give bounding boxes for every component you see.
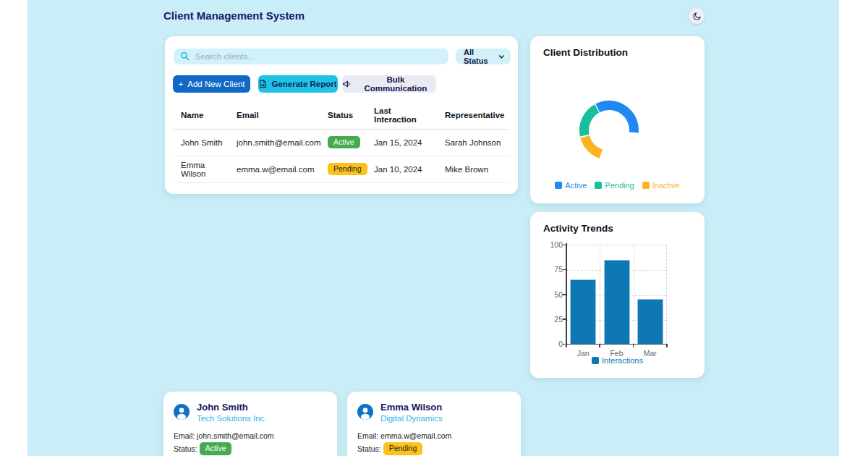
client-company: Tech Solutions Inc.: [197, 414, 267, 423]
cell-last-interaction: Jan 15, 2024: [367, 129, 438, 156]
cell-status: Pending: [320, 156, 367, 182]
activity-title: Activity Trends: [543, 223, 613, 234]
client-status-line: Status:Active: [174, 442, 231, 455]
bar-feb: [604, 260, 630, 344]
add-new-client-label: Add New Client: [187, 80, 244, 88]
cell-name: Emma Wilson: [174, 156, 229, 182]
client-card[interactable]: John Smith Tech Solutions Inc. Email: jo…: [163, 392, 337, 456]
client-distribution-panel: Client Distribution ActivePendingInactiv…: [530, 36, 705, 203]
legend-label: Pending: [605, 181, 634, 190]
donut-segment-inactive: [585, 137, 601, 154]
legend-swatch-icon: [592, 357, 599, 364]
email-value: john.smith@email.com: [197, 431, 273, 440]
client-email-line: Email: john.smith@email.com: [174, 431, 273, 440]
legend-swatch-icon: [642, 182, 650, 189]
client-email-line: Email: emma.w@email.com: [357, 431, 451, 440]
search-field-wrap: [174, 48, 448, 64]
gridline-x: [634, 245, 634, 344]
client-company: Digital Dynamics: [380, 414, 443, 423]
y-tick-label: 25: [544, 315, 563, 324]
chevron-down-icon: [498, 54, 505, 59]
column-header-status: Status: [320, 101, 367, 129]
legend-label: Active: [565, 181, 587, 190]
distribution-title: Client Distribution: [543, 47, 628, 58]
activity-bar-chart: [566, 245, 667, 344]
column-header-email: Email: [229, 101, 320, 129]
x-tick-mark: [599, 345, 600, 347]
table-row[interactable]: John Smith john.smith@email.com Active J…: [174, 129, 509, 156]
document-icon: [259, 80, 267, 88]
status-filter-select[interactable]: All Status: [456, 48, 511, 64]
megaphone-icon: [342, 80, 351, 88]
y-tick-label: 100: [544, 240, 563, 249]
client-name: Emma Wilson: [380, 402, 442, 413]
plus-icon: +: [179, 80, 184, 88]
app-window: Client Management System All Status + Ad…: [0, 0, 868, 456]
email-label: Email:: [357, 431, 378, 440]
legend-item-pending: Pending: [595, 181, 634, 190]
gridline-x: [600, 245, 600, 344]
client-distribution-donut-chart: [573, 94, 645, 166]
email-value: emma.w@email.com: [380, 431, 451, 440]
user-avatar-icon: [357, 404, 373, 420]
status-label: Status:: [174, 444, 197, 453]
status-filter-value: All Status: [464, 48, 498, 65]
search-input[interactable]: [174, 48, 448, 64]
search-icon: [180, 51, 190, 61]
status-badge: Pending: [383, 442, 423, 455]
legend-swatch-icon: [555, 182, 562, 189]
x-tick-mark: [633, 345, 634, 347]
x-axis-line: [566, 344, 668, 345]
activity-trends-panel: Activity Trends Interactions 0255075100J…: [530, 212, 705, 378]
distribution-legend: ActivePendingInactive: [530, 181, 705, 190]
column-header-last-interaction: Last Interaction: [367, 101, 438, 129]
generate-report-button[interactable]: Generate Report: [258, 75, 338, 93]
donut-segment-pending: [584, 109, 597, 135]
y-axis-line: [566, 243, 567, 345]
bulk-communication-button[interactable]: Bulk Communication: [342, 75, 436, 93]
status-badge: Active: [328, 136, 360, 149]
legend-item-active: Active: [555, 181, 587, 190]
x-tick-label-jan: Jan: [567, 349, 599, 358]
page-title: Client Management System: [163, 9, 305, 22]
y-tick-label: 0: [544, 339, 563, 348]
clients-table: Name Email Status Last Interaction Repre…: [174, 101, 509, 183]
moon-icon: [692, 12, 702, 21]
legend-item-inactive: Inactive: [642, 181, 680, 190]
status-badge: Pending: [328, 163, 367, 176]
table-row[interactable]: Emma Wilson emma.w@email.com Pending Jan…: [174, 156, 509, 182]
bar-jan: [570, 279, 596, 344]
x-tick-label-mar: Mar: [634, 349, 666, 358]
donut-segment-active: [597, 106, 634, 133]
column-header-name: Name: [174, 101, 229, 129]
bar-mar: [637, 299, 663, 344]
email-label: Email:: [174, 431, 195, 440]
y-tick-label: 50: [544, 290, 563, 299]
x-tick-label-feb: Feb: [601, 349, 633, 358]
legend-swatch-icon: [595, 182, 602, 189]
table-header-row: Name Email Status Last Interaction Repre…: [174, 101, 509, 129]
clients-panel: All Status + Add New Client Generate Rep…: [165, 36, 518, 194]
bulk-communication-label: Bulk Communication: [355, 75, 436, 93]
status-badge: Active: [200, 442, 232, 455]
status-label: Status:: [357, 444, 381, 453]
cell-representative: Sarah Johnson: [438, 129, 509, 156]
cell-email: john.smith@email.com: [229, 129, 320, 156]
client-card[interactable]: Emma Wilson Digital Dynamics Email: emma…: [347, 392, 521, 456]
y-tick-label: 75: [544, 265, 563, 274]
x-tick-mark: [666, 345, 668, 347]
cell-status: Active: [320, 129, 367, 156]
client-name: John Smith: [197, 402, 248, 413]
legend-label: Inactive: [652, 181, 680, 190]
column-header-representative: Representative: [438, 101, 509, 129]
theme-toggle-button[interactable]: [689, 8, 705, 24]
cell-name: John Smith: [174, 129, 229, 156]
x-tick-mark: [566, 345, 567, 347]
generate-report-label: Generate Report: [271, 80, 336, 88]
client-status-line: Status:Pending: [357, 442, 422, 455]
cell-email: emma.w@email.com: [229, 156, 320, 182]
cell-last-interaction: Jan 10, 2024: [367, 156, 438, 182]
cell-representative: Mike Brown: [438, 156, 509, 182]
user-avatar-icon: [174, 404, 190, 420]
add-new-client-button[interactable]: + Add New Client: [173, 75, 250, 93]
